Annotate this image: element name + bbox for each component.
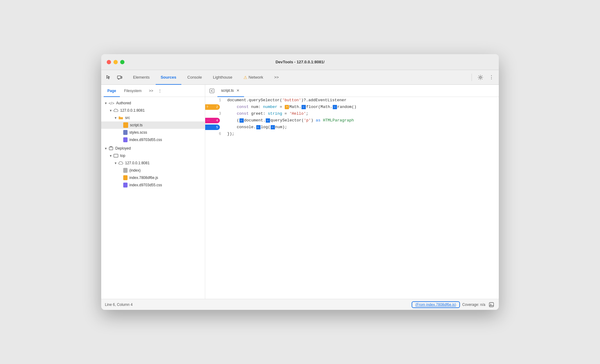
css-file-icon-2 xyxy=(123,183,128,188)
svg-rect-6 xyxy=(114,154,118,157)
tree-label-authored: Authored xyxy=(116,101,131,105)
editor-tab-script-ts[interactable]: script.ts ✕ xyxy=(217,85,244,97)
sidebar-tabs: Page Filesystem >> ⋮ xyxy=(101,85,205,97)
tree-arrow-deployed: ▼ xyxy=(104,146,108,150)
editor-back-button[interactable] xyxy=(208,87,216,95)
type-icon-blue-4a: ▷ xyxy=(239,118,244,123)
toolbar-right: ⋮ xyxy=(469,72,496,82)
code-line-3: const greet: string = 'Hello'; xyxy=(227,110,495,117)
type-icon-blue-4b: ▷ xyxy=(266,118,270,123)
devtools-window: DevTools - 127.0.0.1:8081/ Elements xyxy=(101,54,499,310)
window-title: DevTools - 127.0.0.1:8081/ xyxy=(276,60,324,64)
line-number-6: 6 xyxy=(205,131,224,137)
code-content[interactable]: document.querySelector('button')?.addEve… xyxy=(224,97,499,299)
tree-item-deployed[interactable]: ▼ Deployed xyxy=(101,145,205,152)
tree-arrow-src: ▼ xyxy=(113,116,118,120)
svg-rect-0 xyxy=(117,76,121,79)
editor-area: script.ts ✕ 1 ? 2 xyxy=(205,85,499,299)
line-number-1: 1 xyxy=(205,97,224,104)
more-tabs-button[interactable]: >> xyxy=(269,70,284,85)
tree-item-top[interactable]: ▼ top xyxy=(101,152,205,159)
tab-sources[interactable]: Sources xyxy=(156,70,181,85)
tree-arrow-authored-host: ▼ xyxy=(109,108,113,113)
type-icon-blue-5b: ▷ xyxy=(271,125,275,129)
tree-item-styles-scss[interactable]: styles.scss xyxy=(101,129,205,136)
tree-item-index-js[interactable]: index.7808df6e.js xyxy=(101,174,205,181)
breakpoint-badge-4: ·· 4 xyxy=(205,118,220,123)
tree-arrow-deployed-host: ▼ xyxy=(113,161,118,165)
tree-item-deployed-host[interactable]: ▼ 127.0.0.1:8081 xyxy=(101,159,205,167)
minimize-button[interactable] xyxy=(113,60,118,64)
traffic-lights xyxy=(107,60,124,64)
tree-arrow-script-ts xyxy=(118,123,123,127)
line-numbers: 1 ? 2 3 xyxy=(205,97,224,299)
svg-rect-5 xyxy=(109,147,113,150)
code-line-4: (▷document.▷querySelector('p') as HTMLPa… xyxy=(227,117,495,124)
tree-arrow-index-css2 xyxy=(118,183,123,187)
source-info: (From index.7808df6e.js) Coverage: n/a xyxy=(412,301,495,308)
breakpoint-badge-5: 5 xyxy=(205,124,220,130)
svg-rect-7 xyxy=(210,89,214,93)
file-tree: ▼ </> Authored ▼ 127.0.0.1:8081 ▼ xyxy=(101,97,205,299)
sidebar-tab-filesystem[interactable]: Filesystem xyxy=(120,85,145,97)
code-area[interactable]: 1 ? 2 3 xyxy=(205,97,499,299)
tree-arrow-index-html xyxy=(118,168,123,173)
tree-label-index-js: index.7808df6e.js xyxy=(129,176,158,180)
more-options-icon: ⋮ xyxy=(489,74,494,80)
maximize-button[interactable] xyxy=(120,60,124,64)
tree-item-index-html[interactable]: (index) xyxy=(101,167,205,174)
main-area: Page Filesystem >> ⋮ ▼ </> Authored xyxy=(101,85,499,299)
settings-button[interactable] xyxy=(476,72,485,82)
tree-arrow-styles-scss xyxy=(118,130,123,135)
sidebar-tab-page[interactable]: Page xyxy=(104,85,120,97)
code-line-6: }); xyxy=(227,131,495,137)
tab-console[interactable]: Console xyxy=(183,70,207,85)
line-number-3: 3 xyxy=(205,110,224,117)
top-folder-icon xyxy=(113,154,118,158)
tree-label-index-html: (index) xyxy=(129,168,141,173)
tree-label-index-css2: index.d9703d55.css xyxy=(129,183,162,187)
close-button[interactable] xyxy=(107,60,111,64)
code-line-5: console.▷log(▷num); xyxy=(227,124,495,131)
tree-label-src: src xyxy=(125,116,130,120)
line-number-4: ·· 4 xyxy=(205,117,224,124)
svg-rect-8 xyxy=(489,303,494,307)
deployed-icon xyxy=(109,146,113,151)
html-file-icon xyxy=(123,168,128,173)
tree-arrow-index-css xyxy=(118,138,123,142)
sidebar-more-tabs-button[interactable]: >> xyxy=(147,88,155,94)
type-icon-orange-2: ? xyxy=(285,105,289,109)
inspect-icon[interactable] xyxy=(104,72,113,82)
device-icon[interactable] xyxy=(115,72,124,82)
tree-item-authored-host[interactable]: ▼ 127.0.0.1:8081 xyxy=(101,107,205,114)
tree-label-index-css: index.d9703d55.css xyxy=(129,138,162,142)
source-filename[interactable]: index.7808df6e.js xyxy=(426,303,455,307)
folder-icon-src xyxy=(118,116,123,120)
editor-tab-filename: script.ts xyxy=(221,88,234,93)
code-line-1: document.querySelector('button')?.addEve… xyxy=(227,97,495,104)
tab-elements[interactable]: Elements xyxy=(128,70,154,85)
tree-arrow-index-js xyxy=(118,176,123,180)
source-link[interactable]: (From index.7808df6e.js) xyxy=(412,301,460,308)
type-icon-blue-2b: ▷ xyxy=(333,105,337,109)
tree-item-authored[interactable]: ▼ </> Authored xyxy=(101,99,205,107)
ts-file-icon xyxy=(123,122,128,128)
more-options-button[interactable]: ⋮ xyxy=(487,72,496,82)
console-panel-button[interactable] xyxy=(488,301,495,308)
cursor-position: Line 6, Column 4 xyxy=(105,303,133,307)
tree-item-index-css[interactable]: index.d9703d55.css xyxy=(101,136,205,143)
type-icon-blue-5a: ▷ xyxy=(256,125,261,129)
editor-tab-close-button[interactable]: ✕ xyxy=(235,88,240,93)
tree-label-deployed: Deployed xyxy=(115,146,131,150)
tree-item-src[interactable]: ▼ src xyxy=(101,114,205,121)
tab-network[interactable]: ⚠ Network xyxy=(239,70,268,85)
tab-lighthouse[interactable]: Lighthouse xyxy=(208,70,237,85)
tree-item-index-css2[interactable]: index.d9703d55.css xyxy=(101,181,205,189)
tree-item-script-ts[interactable]: script.ts xyxy=(101,121,205,129)
sidebar-options-button[interactable]: ⋮ xyxy=(156,88,164,94)
tree-label-deployed-host: 127.0.0.1:8081 xyxy=(125,161,150,165)
toolbar-separator xyxy=(472,74,472,81)
type-icon-blue-2a: ▷ xyxy=(302,105,306,109)
statusbar: Line 6, Column 4 (From index.7808df6e.js… xyxy=(101,299,499,310)
cloud-icon-authored xyxy=(113,108,118,113)
